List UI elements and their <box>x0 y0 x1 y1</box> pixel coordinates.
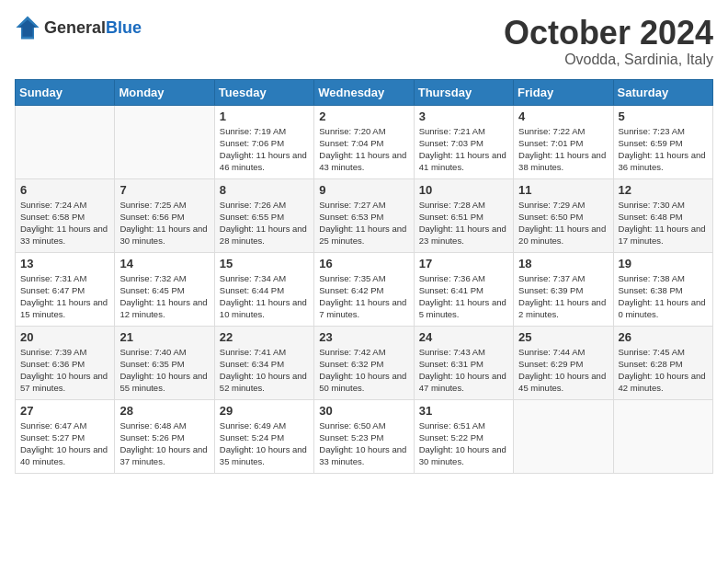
day-number: 2 <box>319 109 408 123</box>
calendar-cell: 7Sunrise: 7:25 AM Sunset: 6:56 PM Daylig… <box>115 178 214 252</box>
day-info: Sunrise: 7:27 AM Sunset: 6:53 PM Dayligh… <box>319 199 408 247</box>
weekday-header: Thursday <box>414 79 513 105</box>
calendar-cell: 27Sunrise: 6:47 AM Sunset: 5:27 PM Dayli… <box>16 399 115 473</box>
day-number: 3 <box>419 109 508 123</box>
calendar-cell: 5Sunrise: 7:23 AM Sunset: 6:59 PM Daylig… <box>613 105 712 178</box>
day-number: 25 <box>518 330 608 344</box>
calendar-cell: 17Sunrise: 7:36 AM Sunset: 6:41 PM Dayli… <box>414 252 513 326</box>
day-number: 20 <box>20 330 109 344</box>
calendar-week-row: 6Sunrise: 7:24 AM Sunset: 6:58 PM Daylig… <box>16 178 713 252</box>
calendar-cell: 11Sunrise: 7:29 AM Sunset: 6:50 PM Dayli… <box>514 178 613 252</box>
day-number: 15 <box>220 257 309 270</box>
calendar-week-row: 13Sunrise: 7:31 AM Sunset: 6:47 PM Dayli… <box>16 252 713 326</box>
calendar-cell: 24Sunrise: 7:43 AM Sunset: 6:31 PM Dayli… <box>414 326 513 399</box>
calendar-cell: 31Sunrise: 6:51 AM Sunset: 5:22 PM Dayli… <box>414 399 513 473</box>
day-info: Sunrise: 7:26 AM Sunset: 6:55 PM Dayligh… <box>220 199 309 247</box>
day-number: 21 <box>119 330 209 344</box>
calendar-week-row: 20Sunrise: 7:39 AM Sunset: 6:36 PM Dayli… <box>16 326 713 399</box>
calendar-cell: 1Sunrise: 7:19 AM Sunset: 7:06 PM Daylig… <box>214 105 313 178</box>
day-number: 27 <box>20 404 109 418</box>
day-number: 4 <box>518 109 608 123</box>
day-info: Sunrise: 7:43 AM Sunset: 6:31 PM Dayligh… <box>419 346 508 395</box>
logo-text: GeneralBlue <box>44 18 142 38</box>
day-number: 14 <box>119 257 209 270</box>
title-block: October 2024 Ovodda, Sardinia, Italy <box>504 15 713 68</box>
day-number: 29 <box>220 404 309 418</box>
day-info: Sunrise: 7:32 AM Sunset: 6:45 PM Dayligh… <box>119 272 209 321</box>
day-info: Sunrise: 7:45 AM Sunset: 6:28 PM Dayligh… <box>619 346 708 395</box>
calendar-cell: 13Sunrise: 7:31 AM Sunset: 6:47 PM Dayli… <box>16 252 115 326</box>
day-info: Sunrise: 7:19 AM Sunset: 7:06 PM Dayligh… <box>220 125 309 174</box>
weekday-header: Tuesday <box>214 79 313 105</box>
day-info: Sunrise: 6:48 AM Sunset: 5:26 PM Dayligh… <box>119 419 209 468</box>
weekday-header: Monday <box>115 79 214 105</box>
page-header: GeneralBlue October 2024 Ovodda, Sardini… <box>15 15 713 68</box>
day-number: 8 <box>220 183 309 197</box>
day-info: Sunrise: 7:41 AM Sunset: 6:34 PM Dayligh… <box>220 346 309 395</box>
day-number: 19 <box>619 257 708 270</box>
day-number: 24 <box>419 330 508 344</box>
day-number: 17 <box>419 257 508 270</box>
day-number: 11 <box>518 183 608 197</box>
day-info: Sunrise: 7:39 AM Sunset: 6:36 PM Dayligh… <box>20 346 109 395</box>
calendar-cell: 20Sunrise: 7:39 AM Sunset: 6:36 PM Dayli… <box>16 326 115 399</box>
day-info: Sunrise: 7:35 AM Sunset: 6:42 PM Dayligh… <box>319 272 408 321</box>
calendar-cell: 4Sunrise: 7:22 AM Sunset: 7:01 PM Daylig… <box>514 105 613 178</box>
day-number: 16 <box>319 257 408 270</box>
weekday-header: Friday <box>514 79 613 105</box>
day-info: Sunrise: 7:38 AM Sunset: 6:38 PM Dayligh… <box>619 272 708 321</box>
day-number: 12 <box>619 183 708 197</box>
calendar-cell: 10Sunrise: 7:28 AM Sunset: 6:51 PM Dayli… <box>414 178 513 252</box>
day-number: 1 <box>220 109 309 123</box>
day-info: Sunrise: 7:42 AM Sunset: 6:32 PM Dayligh… <box>319 346 408 395</box>
day-info: Sunrise: 7:34 AM Sunset: 6:44 PM Dayligh… <box>220 272 309 321</box>
day-info: Sunrise: 7:31 AM Sunset: 6:47 PM Dayligh… <box>20 272 109 321</box>
day-info: Sunrise: 7:36 AM Sunset: 6:41 PM Dayligh… <box>419 272 508 321</box>
day-info: Sunrise: 7:22 AM Sunset: 7:01 PM Dayligh… <box>518 125 608 174</box>
calendar-cell: 3Sunrise: 7:21 AM Sunset: 7:03 PM Daylig… <box>414 105 513 178</box>
calendar-table: SundayMondayTuesdayWednesdayThursdayFrid… <box>15 79 713 474</box>
day-info: Sunrise: 7:20 AM Sunset: 7:04 PM Dayligh… <box>319 125 408 174</box>
calendar-week-row: 1Sunrise: 7:19 AM Sunset: 7:06 PM Daylig… <box>16 105 713 178</box>
day-number: 30 <box>319 404 408 418</box>
day-info: Sunrise: 6:49 AM Sunset: 5:24 PM Dayligh… <box>220 419 309 468</box>
month-title: October 2024 <box>504 15 713 52</box>
calendar-cell: 8Sunrise: 7:26 AM Sunset: 6:55 PM Daylig… <box>214 178 313 252</box>
weekday-header: Saturday <box>613 79 712 105</box>
day-number: 6 <box>20 183 109 197</box>
calendar-cell: 2Sunrise: 7:20 AM Sunset: 7:04 PM Daylig… <box>314 105 414 178</box>
calendar-cell <box>16 105 115 178</box>
calendar-cell: 6Sunrise: 7:24 AM Sunset: 6:58 PM Daylig… <box>16 178 115 252</box>
day-info: Sunrise: 7:29 AM Sunset: 6:50 PM Dayligh… <box>518 199 608 247</box>
calendar-week-row: 27Sunrise: 6:47 AM Sunset: 5:27 PM Dayli… <box>16 399 713 473</box>
calendar-cell <box>514 399 613 473</box>
day-info: Sunrise: 7:40 AM Sunset: 6:35 PM Dayligh… <box>119 346 209 395</box>
calendar-cell: 12Sunrise: 7:30 AM Sunset: 6:48 PM Dayli… <box>613 178 712 252</box>
weekday-header: Wednesday <box>314 79 414 105</box>
weekday-header-row: SundayMondayTuesdayWednesdayThursdayFrid… <box>16 79 713 105</box>
day-number: 22 <box>220 330 309 344</box>
calendar-cell: 28Sunrise: 6:48 AM Sunset: 5:26 PM Dayli… <box>115 399 214 473</box>
day-info: Sunrise: 7:23 AM Sunset: 6:59 PM Dayligh… <box>619 125 708 174</box>
day-number: 23 <box>319 330 408 344</box>
day-info: Sunrise: 7:21 AM Sunset: 7:03 PM Dayligh… <box>419 125 508 174</box>
day-info: Sunrise: 6:47 AM Sunset: 5:27 PM Dayligh… <box>20 419 109 468</box>
day-info: Sunrise: 7:24 AM Sunset: 6:58 PM Dayligh… <box>20 199 109 247</box>
calendar-cell: 22Sunrise: 7:41 AM Sunset: 6:34 PM Dayli… <box>214 326 313 399</box>
day-info: Sunrise: 7:30 AM Sunset: 6:48 PM Dayligh… <box>619 199 708 247</box>
calendar-cell <box>115 105 214 178</box>
day-info: Sunrise: 7:25 AM Sunset: 6:56 PM Dayligh… <box>119 199 209 247</box>
calendar-cell: 23Sunrise: 7:42 AM Sunset: 6:32 PM Dayli… <box>314 326 414 399</box>
calendar-cell: 9Sunrise: 7:27 AM Sunset: 6:53 PM Daylig… <box>314 178 414 252</box>
calendar-cell: 21Sunrise: 7:40 AM Sunset: 6:35 PM Dayli… <box>115 326 214 399</box>
day-number: 13 <box>20 257 109 270</box>
day-number: 7 <box>119 183 209 197</box>
calendar-cell: 25Sunrise: 7:44 AM Sunset: 6:29 PM Dayli… <box>514 326 613 399</box>
day-number: 5 <box>619 109 708 123</box>
calendar-cell: 18Sunrise: 7:37 AM Sunset: 6:39 PM Dayli… <box>514 252 613 326</box>
logo-icon <box>15 15 40 40</box>
calendar-cell: 14Sunrise: 7:32 AM Sunset: 6:45 PM Dayli… <box>115 252 214 326</box>
calendar-cell: 26Sunrise: 7:45 AM Sunset: 6:28 PM Dayli… <box>613 326 712 399</box>
day-number: 26 <box>619 330 708 344</box>
calendar-cell: 19Sunrise: 7:38 AM Sunset: 6:38 PM Dayli… <box>613 252 712 326</box>
